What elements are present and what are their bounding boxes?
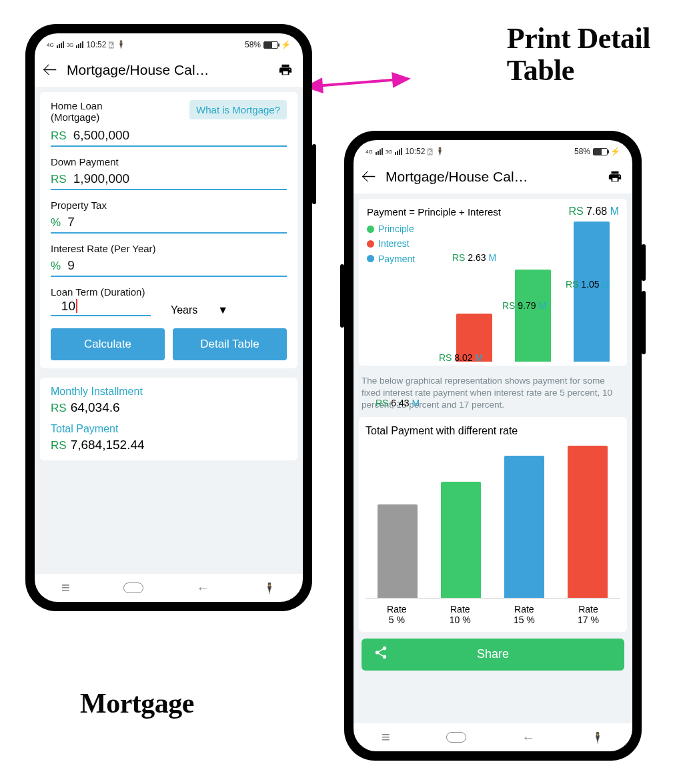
bar-rate-10 [441, 482, 481, 598]
home-button[interactable] [446, 732, 466, 743]
chart2-axis-labels: Rate5 % Rate10 % Rate15 % Rate17 % [366, 604, 620, 625]
signal-icon [395, 148, 402, 155]
monthly-installment-value: RS64,034.6 [51, 400, 287, 415]
phone-mortgage-form: 4G 3G 10:52 ⍰ 🕴 58% ⚡ 🡠 Mortgage/House C… [25, 24, 312, 611]
interest-rate-label: Interest Rate (Per Year) [51, 243, 287, 254]
legend-dot-interest [367, 240, 374, 248]
interest-rate-input[interactable]: % 9 [51, 254, 287, 277]
chart-total-payment-rates: Total Payment with different rate RS 6.4… [359, 417, 627, 632]
chart1-title: Payment = Principle + Interest [367, 206, 501, 218]
recent-apps-button[interactable]: ≡ [61, 579, 70, 597]
accessibility-icon: 🕴 [435, 147, 445, 156]
system-nav-bar: ≡ ← 🕴 [35, 574, 303, 602]
signal-icon [376, 148, 383, 155]
clock: 10:52 [86, 40, 106, 49]
share-button[interactable]: Share [362, 639, 624, 671]
loan-term-input[interactable]: 10 [51, 298, 151, 316]
bar-payment [574, 222, 610, 362]
share-icon [374, 645, 388, 663]
page-title: Mortgage/House Cal… [67, 62, 267, 78]
page-title: Mortgage/House Cal… [386, 169, 596, 185]
property-tax-input[interactable]: % 7 [51, 211, 287, 234]
print-button[interactable] [606, 169, 624, 185]
detail-table-button[interactable]: Detail Table [173, 328, 287, 360]
down-payment-input[interactable]: RS 1,900,000 [51, 167, 287, 190]
bar-rate-5 [378, 504, 418, 598]
app-header: 🡠 Mortgage/House Cal… [35, 53, 303, 87]
accessibility-nav-icon[interactable]: 🕴 [263, 582, 276, 595]
usb-icon: ⍰ [109, 40, 113, 49]
chart2-title: Total Payment with different rate [366, 425, 620, 437]
results-card: Monthly Installment RS64,034.6 Total Pay… [40, 378, 297, 460]
legend-dot-principle [367, 226, 374, 233]
calculate-button[interactable]: Calculate [51, 328, 165, 360]
system-nav-bar: ≡ ← 🕴 [354, 723, 632, 751]
charging-icon: ⚡ [610, 147, 620, 156]
legend-dot-payment [367, 255, 374, 262]
total-payment-label: Total Payment [51, 423, 287, 435]
accessibility-icon: 🕴 [116, 40, 126, 49]
signal-icon [76, 41, 83, 48]
printer-icon [277, 63, 293, 77]
printer-icon [607, 169, 623, 184]
monthly-installment-label: Monthly Installment [51, 386, 287, 398]
back-nav-button[interactable]: ← [522, 730, 535, 745]
accessibility-nav-icon[interactable]: 🕴 [591, 731, 604, 744]
back-button[interactable]: 🡠 [362, 169, 376, 184]
home-button[interactable] [123, 582, 143, 593]
battery-percent: 58% [245, 40, 261, 49]
loan-term-unit-select[interactable]: Years ▼ [171, 304, 228, 316]
phone-chart-results: 4G 3G 10:52 ⍰ 🕴 58% ⚡ 🡠 Mortgage/House C… [344, 131, 642, 761]
print-button[interactable] [276, 62, 295, 78]
chart1-bars: RS 2.63 M RS 5.06 M [440, 222, 619, 362]
annotation-print-detail-table: Print Detail Table [507, 23, 650, 87]
home-loan-label: Home Loan (Mortgage) [51, 100, 151, 123]
total-payment-value: RS7,684,152.44 [51, 438, 287, 452]
chart1-legend: Principle Interest Payment [367, 222, 440, 359]
loan-term-label: Loan Term (Duration) [51, 286, 287, 298]
battery-icon [263, 41, 278, 49]
back-button[interactable]: 🡠 [43, 63, 57, 77]
charging-icon: ⚡ [281, 40, 291, 49]
bar-rate-17 [568, 446, 608, 598]
home-loan-input[interactable]: RS 6,500,000 [51, 124, 287, 147]
chart-description: The below graphical representation shows… [359, 372, 627, 417]
clock: 10:52 [405, 147, 425, 156]
back-nav-button[interactable]: ← [196, 580, 209, 596]
svg-line-0 [307, 79, 408, 87]
app-header: 🡠 Mortgage/House Cal… [354, 160, 632, 193]
status-bar: 4G 3G 10:52 ⍰ 🕴 58% ⚡ [354, 140, 632, 160]
what-is-mortgage-chip[interactable]: What is Mortgage? [189, 100, 287, 119]
chart1-top-value: RS 7.68 M [568, 206, 619, 218]
bar-rate-15 [504, 456, 544, 598]
chevron-down-icon: ▼ [217, 304, 228, 316]
usb-icon: ⍰ [428, 147, 432, 156]
battery-percent: 58% [574, 147, 590, 156]
recent-apps-button[interactable]: ≡ [382, 729, 390, 746]
chart2-bars: RS 6.43 M RS 8.02 M RS 9.79 M RS 1.05 cr [366, 445, 620, 599]
battery-icon [593, 148, 608, 155]
annotation-mortgage: Mortgage [80, 687, 194, 719]
down-payment-label: Down Payment [51, 156, 287, 167]
signal-icon [57, 41, 64, 48]
property-tax-label: Property Tax [51, 200, 287, 211]
status-bar: 4G 3G 10:52 ⍰ 🕴 58% ⚡ [35, 33, 303, 53]
annotation-arrow [301, 71, 415, 104]
